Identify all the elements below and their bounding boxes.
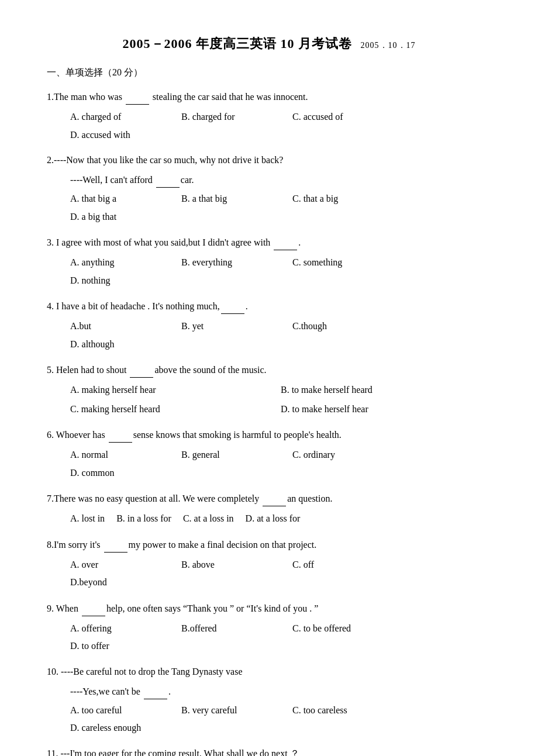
q2-opt-d: D. a big that	[70, 208, 181, 226]
q4-opt-c: C.though	[292, 317, 403, 335]
q5-opt-a: A. making herself hear	[70, 381, 281, 399]
q1-blank	[126, 88, 149, 105]
q7-opt-a: A. lost in	[70, 510, 105, 527]
q4-opt-a: A.but	[70, 317, 181, 335]
q1-opt-a: A. charged of	[70, 108, 181, 126]
q6-options: A. normal B. general C. ordinary D. comm…	[47, 446, 491, 482]
q9-opt-d: D. to offer	[70, 637, 181, 655]
q6-opt-c: C. ordinary	[292, 446, 403, 464]
q7-opt-c: C. at a loss in	[183, 510, 234, 527]
q8-opt-b: B. above	[181, 556, 292, 574]
q3-opt-b: B. everything	[181, 254, 292, 271]
q3-opt-a: A. anything	[70, 254, 181, 271]
question-8: 8.I'm sorry it's my power to make a fina…	[47, 536, 491, 592]
question-4: 4. I have a bit of headache . It's nothi…	[47, 298, 491, 353]
q5-blank	[130, 361, 153, 378]
question-9: 9. When help, one often says “Thank you …	[47, 600, 491, 655]
q5-opt-d: D. to make herself hear	[281, 401, 491, 418]
q5-options: A. making herself hear B. to make hersel…	[47, 381, 491, 418]
q8-opt-c: C. off	[292, 556, 403, 574]
q9-opt-a: A. offering	[70, 620, 181, 637]
q2-opt-c: C. that a big	[292, 190, 403, 208]
q9-blank	[82, 600, 105, 616]
question-10: 10. ----Be careful not to drop the Tang …	[47, 664, 491, 737]
q9-opt-c: C. to be offered	[292, 620, 403, 637]
page-title: 2005－2006 年度高三英语 10 月考试卷 2005．10．17	[47, 35, 491, 53]
q8-options: A. over B. above C. off D.beyond	[47, 556, 491, 592]
q2-options: A. that big a B. a that big C. that a bi…	[47, 190, 491, 226]
q10-opt-b: B. very careful	[181, 702, 292, 719]
q4-opt-d: D. although	[70, 336, 181, 353]
q7-opt-b: B. in a loss for	[116, 510, 171, 527]
q6-opt-b: B. general	[181, 446, 292, 464]
title-text: 2005－2006 年度高三英语 10 月考试卷	[123, 36, 353, 51]
q10-opt-c: C. too careless	[292, 702, 403, 719]
question-11: 11. ---I'm too eager for the coming resu…	[47, 745, 491, 756]
q6-opt-a: A. normal	[70, 446, 181, 464]
section1-label: 一、单项选择（20 分）	[47, 67, 143, 77]
q7-text: 7.There was no easy question at all. We …	[47, 490, 491, 506]
q2-opt-b: B. a that big	[181, 190, 292, 208]
q3-blank	[274, 234, 297, 250]
q3-opt-c: C. something	[292, 254, 403, 271]
q8-opt-a: A. over	[70, 556, 181, 574]
q10-options: A. too careful B. very careful C. too ca…	[47, 702, 491, 737]
q1-opt-d: D. accused with	[70, 126, 181, 144]
q4-opt-b: B. yet	[181, 317, 292, 335]
q2-sub: ----Well, I can't afford car.	[47, 171, 491, 188]
q5-opt-c: C. making herself heard	[70, 401, 281, 418]
q7-options: A. lost in B. in a loss for C. at a loss…	[47, 510, 491, 527]
question-2: 2.----Now that you like the car so much,…	[47, 152, 491, 226]
question-3: 3. I agree with most of what you said,bu…	[47, 234, 491, 289]
question-6: 6. Whoever has sense knows that smoking …	[47, 426, 491, 482]
q6-text: 6. Whoever has sense knows that smoking …	[47, 426, 491, 443]
q6-blank	[109, 426, 132, 443]
q7-blank	[263, 490, 286, 506]
question-5: 5. Helen had to shout above the sound of…	[47, 361, 491, 418]
q3-opt-d: D. nothing	[70, 272, 181, 289]
section-header: 一、单项选择（20 分）	[47, 67, 491, 79]
q1-opt-b: B. charged for	[181, 108, 292, 126]
q3-text: 3. I agree with most of what you said,bu…	[47, 234, 491, 250]
q2-text: 2.----Now that you like the car so much,…	[47, 152, 491, 168]
q5-text: 5. Helen had to shout above the sound of…	[47, 361, 491, 378]
q5-opt-b: B. to make herself heard	[281, 381, 491, 399]
q10-opt-a: A. too careful	[70, 702, 181, 719]
q7-opt-d: D. at a loss for	[246, 510, 301, 527]
q8-text: 8.I'm sorry it's my power to make a fina…	[47, 536, 491, 553]
q10-opt-d: D. careless enough	[70, 719, 181, 737]
q10-text: 10. ----Be careful not to drop the Tang …	[47, 664, 491, 679]
q8-opt-d: D.beyond	[70, 574, 181, 591]
q4-options: A.but B. yet C.though D. although	[47, 317, 491, 353]
q1-text: 1.The man who was stealing the car said …	[47, 88, 491, 105]
q9-opt-b: B.offered	[181, 620, 292, 637]
q4-blank	[221, 298, 244, 314]
q1-opt-c: C. accused of	[292, 108, 403, 126]
q9-options: A. offering B.offered C. to be offered D…	[47, 620, 491, 655]
q1-options: A. charged of B. charged for C. accused …	[47, 108, 491, 144]
question-7: 7.There was no easy question at all. We …	[47, 490, 491, 528]
q10-sub: ----Yes,we can't be .	[47, 683, 491, 699]
q3-options: A. anything B. everything C. something D…	[47, 254, 491, 289]
q9-text: 9. When help, one often says “Thank you …	[47, 600, 491, 616]
q8-blank	[104, 536, 127, 553]
q2-opt-a: A. that big a	[70, 190, 181, 208]
q10-blank	[144, 683, 167, 699]
question-1: 1.The man who was stealing the car said …	[47, 88, 491, 144]
q11-text: 11. ---I'm too eager for the coming resu…	[47, 745, 491, 756]
q2-blank	[156, 171, 180, 188]
q4-text: 4. I have a bit of headache . It's nothi…	[47, 298, 491, 314]
date-text: 2005．10．17	[361, 41, 416, 50]
q6-opt-d: D. common	[70, 464, 181, 482]
